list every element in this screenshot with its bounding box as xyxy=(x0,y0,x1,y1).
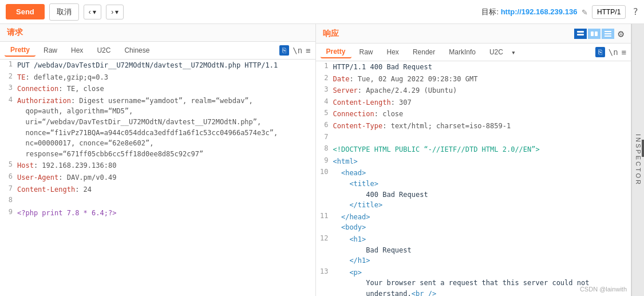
response-panel-header: 响应 ⚙ xyxy=(316,24,631,44)
view-toggle xyxy=(574,29,614,39)
code-line: 6 User-Agent: DAV.pm/v0.49 xyxy=(0,172,315,184)
inspector-sidebar[interactable]: INSPECTOR xyxy=(631,24,644,296)
edit-icon[interactable]: ✎ xyxy=(582,6,587,17)
code-line: 1 HTTP/1.1 400 Bad Request xyxy=(316,61,631,73)
tab-request-pretty[interactable]: Pretty xyxy=(5,44,35,57)
send-button[interactable]: Send xyxy=(6,4,45,19)
code-line: 3 Connection: TE, close xyxy=(0,83,315,95)
request-tab-bar: Pretty Raw Hex U2C Chinese ⎘ \n ≡ xyxy=(0,42,315,60)
request-panel-title: 请求 xyxy=(7,27,23,38)
prev-button[interactable]: ‹ ▾ xyxy=(84,5,101,19)
code-line: 5 Connection: close xyxy=(316,108,631,120)
code-line: 2 TE: deflate,gzip;q=0.3 xyxy=(0,72,315,84)
svg-rect-2 xyxy=(591,31,594,36)
code-line: 2 Date: Tue, 02 Aug 2022 09:28:30 GMT xyxy=(316,73,631,85)
help-icon[interactable]: ? xyxy=(633,6,638,17)
tab-dropdown-icon[interactable]: ▾ xyxy=(511,48,516,57)
code-line: 7 Content-Length: 24 xyxy=(0,184,315,196)
tab-response-markinfo[interactable]: MarkInfo xyxy=(443,46,481,58)
tab-request-raw[interactable]: Raw xyxy=(38,45,63,56)
top-bar: Send 取消 ‹ ▾ › ▾ 目标: http://192.168.239.1… xyxy=(0,0,644,24)
tab-response-raw[interactable]: Raw xyxy=(354,46,379,58)
settings-icon[interactable]: ⚙ xyxy=(618,27,624,40)
svg-rect-4 xyxy=(605,31,611,32)
watermark: CSDN @lainwith xyxy=(580,286,627,293)
copy-icon[interactable]: ⎘ xyxy=(279,45,289,56)
tab-request-u2c[interactable]: U2C xyxy=(91,45,116,56)
tab-request-chinese[interactable]: Chinese xyxy=(118,45,155,56)
response-tab-bar: Pretty Raw Hex Render MarkInfo U2C ▾ ⎘ \… xyxy=(316,44,631,61)
inspector-label: INSPECTOR xyxy=(635,134,642,186)
tab-response-u2c[interactable]: U2C xyxy=(484,46,509,58)
code-line: 3 Server: Apache/2.4.29 (Ubuntu) xyxy=(316,85,631,97)
code-line: 12 <h1> Bad Request </h1> xyxy=(316,234,631,267)
response-code-area: 1 HTTP/1.1 400 Bad Request 2 Date: Tue, … xyxy=(316,61,631,296)
code-line: 10 <head> <title> 400 Bad Request </titl… xyxy=(316,167,631,211)
request-code-area: 1 PUT /webdav/DavTestDir__U72MOdtN/davte… xyxy=(0,60,315,296)
tab-request-hex[interactable]: Hex xyxy=(65,45,89,56)
copy-icon-resp[interactable]: ⎘ xyxy=(595,47,605,57)
code-line: 4 Content-Length: 307 xyxy=(316,97,631,109)
svg-rect-6 xyxy=(605,35,611,37)
more-icon[interactable]: ≡ xyxy=(306,46,310,55)
cancel-button[interactable]: 取消 xyxy=(49,3,79,21)
tab-response-hex[interactable]: Hex xyxy=(381,46,405,58)
code-line: 1 PUT /webdav/DavTestDir__U72MOdtN/davte… xyxy=(0,60,315,72)
svg-rect-0 xyxy=(577,31,584,33)
svg-rect-5 xyxy=(605,33,611,34)
request-panel: 请求 Pretty Raw Hex U2C Chinese ⎘ \n ≡ 1 P… xyxy=(0,24,316,296)
code-line: 4 Authorization: Digest username=“yamdoo… xyxy=(0,95,315,160)
more-icon-resp[interactable]: ≡ xyxy=(622,48,626,57)
newline-icon[interactable]: \n xyxy=(293,46,302,55)
code-line: 8 <!DOCTYPE HTML PUBLIC “-//IETF//DTD HT… xyxy=(316,144,631,156)
tab-response-pretty[interactable]: Pretty xyxy=(321,46,351,58)
response-panel-title: 响应 xyxy=(323,29,339,39)
code-line: 7 xyxy=(316,132,631,144)
tab-response-render[interactable]: Render xyxy=(407,46,441,58)
response-tab-icons: ⎘ \n ≡ xyxy=(595,47,626,57)
newline-icon-resp[interactable]: \n xyxy=(609,48,618,57)
svg-rect-3 xyxy=(595,31,598,36)
view-btn-3[interactable] xyxy=(602,29,614,39)
code-line: 9 <html> xyxy=(316,156,631,168)
code-line: 9 <?php print 7.8 * 6.4;?> xyxy=(0,207,315,219)
http-version-button[interactable]: HTTP/1 xyxy=(592,5,626,19)
code-line: 5 Host: 192.168.239.136:80 xyxy=(0,160,315,172)
response-panel: 响应 ⚙ xyxy=(316,24,632,296)
view-btn-1[interactable] xyxy=(574,29,587,39)
request-panel-header: 请求 xyxy=(0,24,315,42)
response-panel-controls: ⚙ xyxy=(574,27,624,40)
code-line: 11 </head> <body> xyxy=(316,211,631,234)
target-label: 目标: http://192.168.239.136 xyxy=(481,7,577,17)
code-line: 8 xyxy=(0,195,315,207)
target-url: http://192.168.239.136 xyxy=(501,7,578,16)
view-btn-2[interactable] xyxy=(588,29,600,39)
svg-rect-1 xyxy=(577,34,584,35)
next-button[interactable]: › ▾ xyxy=(106,5,124,19)
code-line: 6 Content-Type: text/html; charset=iso-8… xyxy=(316,120,631,132)
request-tab-icons: ⎘ \n ≡ xyxy=(279,45,310,56)
main-area: 请求 Pretty Raw Hex U2C Chinese ⎘ \n ≡ 1 P… xyxy=(0,24,644,296)
